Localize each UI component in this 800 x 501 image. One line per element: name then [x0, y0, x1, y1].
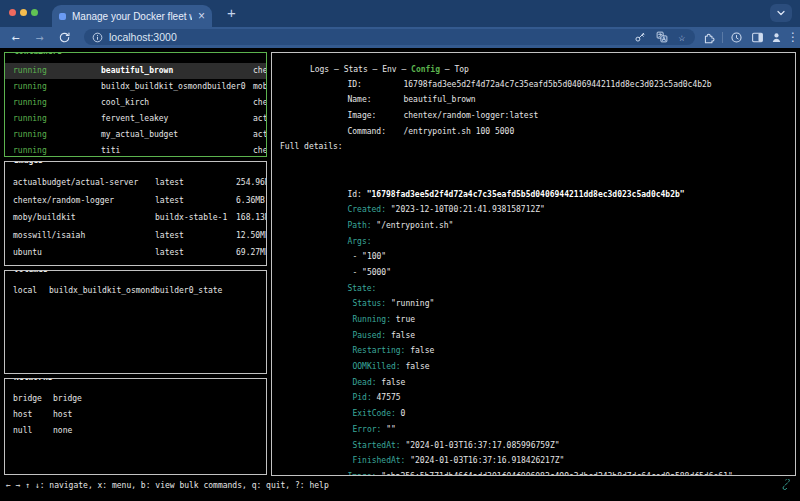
yaml-key: Paused:	[352, 331, 386, 340]
container-image: che	[253, 95, 267, 111]
yaml-value: false	[401, 362, 430, 371]
image-size: 254.96MB	[236, 174, 267, 192]
networks-panel-title: Networks	[11, 378, 56, 382]
yaml-value: "running"	[386, 299, 434, 308]
container-row[interactable]: running titi che	[5, 143, 266, 157]
forward-icon[interactable]: →	[36, 29, 44, 46]
images-panel: Images actualbudget/actual-server latest…	[4, 161, 267, 266]
minimize-window-button[interactable]	[20, 9, 27, 16]
bookmark-star-icon[interactable]: ☆	[678, 31, 685, 44]
container-row[interactable]: running fervent_leakey act	[5, 111, 266, 127]
container-row[interactable]: running buildx_buildkit_osmondbuilder0 m…	[5, 79, 266, 95]
container-row[interactable]: running my_actual_budget act	[5, 127, 266, 143]
image-row[interactable]: actualbudget/actual-server latest 254.96…	[5, 174, 266, 192]
window-controls	[9, 9, 38, 16]
new-tab-button[interactable]: +	[227, 4, 236, 22]
image-name: <none>	[13, 262, 42, 267]
yaml-key: Status:	[352, 299, 386, 308]
volume-name: buildx_buildkit_osmondbuilder0_state	[49, 283, 222, 299]
container-image: che	[253, 63, 267, 79]
container-name: beautiful_brown	[101, 63, 173, 79]
back-icon[interactable]: ←	[12, 29, 20, 46]
container-name: my_actual_budget	[101, 127, 178, 143]
container-name: fervent_leakey	[101, 111, 168, 127]
yaml-value: false	[386, 331, 415, 340]
tab-search-chevron-icon[interactable]	[770, 4, 792, 22]
close-window-button[interactable]	[9, 9, 16, 16]
yaml-value: "2024-01-03T16:37:17.085996759Z"	[401, 441, 560, 450]
reload-icon[interactable]	[58, 31, 71, 44]
image-tag: buildx-stable-1	[155, 209, 227, 227]
image-row[interactable]: <none> <none> 70.73MB	[5, 262, 266, 267]
yaml-key: State:	[347, 284, 376, 293]
yaml-value: 0	[396, 409, 406, 418]
container-row[interactable]: running cool_kirch che	[5, 95, 266, 111]
yaml-key: Id:	[347, 190, 361, 199]
container-status: running	[13, 111, 47, 127]
extensions-icon[interactable]	[703, 31, 716, 44]
yaml-value: false	[377, 378, 406, 387]
image-tag: <none>	[155, 262, 184, 267]
volume-driver: local	[13, 283, 37, 299]
yaml-value: "sha256:5b771db46f4add301f04f006082c499e…	[376, 472, 732, 476]
network-row[interactable]: host host	[5, 407, 266, 423]
config-summary-label: Command:	[347, 124, 403, 140]
config-summary-line: ID:16798fad3ee5d2f4d72a4c7c35eafd5b5d040…	[280, 61, 795, 77]
site-info-icon[interactable]	[92, 32, 103, 43]
containers-panel: Containers running beautiful_brown che r…	[4, 52, 267, 157]
container-status: running	[13, 79, 47, 95]
sync-icon[interactable]	[730, 31, 743, 44]
password-key-icon[interactable]	[634, 31, 646, 43]
image-row[interactable]: moby/buildkit buildx-stable-1 168.13MB	[5, 209, 266, 227]
yaml-key: Dead:	[352, 378, 376, 387]
browser-tabstrip: Manage your Docker fleet wi × +	[0, 0, 800, 27]
detail-panel: Logs — Stats — Env — Config — Top ID:167…	[271, 52, 796, 476]
config-summary-value: 16798fad3ee5d2f4d72a4c7c35eafd5b5d040694…	[403, 80, 711, 89]
translate-icon[interactable]	[656, 31, 668, 43]
image-size: 70.73MB	[236, 262, 267, 267]
image-size: 69.27MB	[236, 244, 267, 262]
yaml-value: - "100"	[352, 252, 386, 261]
yaml-key: Path:	[347, 221, 371, 230]
url-bar[interactable]: localhost:3000 ☆	[84, 29, 695, 45]
image-row[interactable]: chentex/random-logger latest 6.36MB	[5, 192, 266, 210]
image-name: mosswill/isaiah	[13, 227, 85, 245]
yaml-key: FinishedAt:	[352, 456, 405, 465]
browser-toolbar: ← → localhost:3000 ☆	[0, 27, 800, 48]
side-panel-icon[interactable]	[751, 31, 764, 44]
image-name: actualbudget/actual-server	[13, 174, 138, 192]
image-name: moby/buildkit	[13, 209, 76, 227]
keybindings-bar: ← → ↑ ↓: navigate, x: menu, b: view bulk…	[6, 481, 329, 490]
image-tag: latest	[155, 227, 184, 245]
image-row[interactable]: ubuntu latest 69.27MB	[5, 244, 266, 262]
network-driver: bridge	[13, 391, 42, 407]
browser-tab[interactable]: Manage your Docker fleet wi ×	[52, 5, 212, 27]
profile-icon[interactable]	[770, 31, 783, 44]
zoom-window-button[interactable]	[31, 9, 38, 16]
volume-row[interactable]: local buildx_buildkit_osmondbuilder0_sta…	[5, 283, 266, 299]
image-name: chentex/random-logger	[13, 192, 114, 210]
network-driver: null	[13, 423, 32, 439]
config-summary-value: chentex/random-logger:latest	[403, 111, 538, 120]
container-row[interactable]: running beautiful_brown che	[5, 63, 266, 79]
container-status: running	[13, 63, 47, 79]
link-icon[interactable]	[780, 479, 791, 490]
yaml-value: - "5000"	[352, 268, 391, 277]
yaml-key: Error:	[352, 425, 381, 434]
network-row[interactable]: bridge bridge	[5, 391, 266, 407]
tab-title: Manage your Docker fleet wi	[72, 11, 192, 22]
network-name: host	[53, 407, 72, 423]
yaml-key: Args:	[347, 237, 371, 246]
url-text[interactable]: localhost:3000	[109, 31, 634, 43]
network-row[interactable]: null none	[5, 423, 266, 439]
tab-close-icon[interactable]: ×	[198, 10, 205, 22]
yaml-key: Created:	[347, 205, 386, 214]
config-summary-label: Name:	[347, 92, 403, 108]
container-image: mob	[253, 79, 267, 95]
browser-menu-icon[interactable]: ⋮	[787, 29, 799, 46]
image-row[interactable]: mosswill/isaiah latest 12.50MB	[5, 227, 266, 245]
config-summary-value: beautiful_brown	[403, 95, 475, 104]
yaml-value: ""	[381, 425, 395, 434]
yaml-value: "/entrypoint.sh"	[372, 221, 454, 230]
container-status: running	[13, 143, 47, 157]
